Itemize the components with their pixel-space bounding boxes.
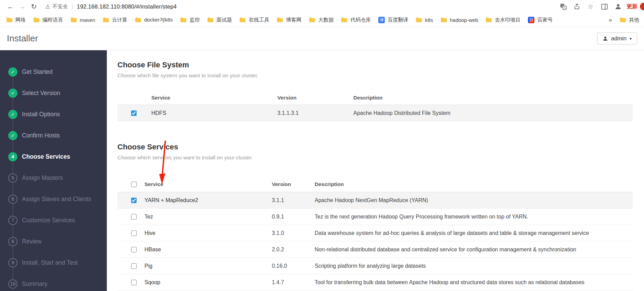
refresh-icon[interactable]: ↻ — [28, 1, 40, 12]
service-checkbox-pig[interactable] — [131, 263, 137, 269]
step-number: 5 — [8, 173, 17, 183]
wizard-step-install-start-and-test[interactable]: 9Install, Start and Test — [0, 252, 107, 273]
bookmark-大数据[interactable]: 大数据 — [305, 15, 337, 25]
service-checkbox-tez[interactable] — [131, 214, 137, 220]
service-row-hbase: HBase2.0.2Non-relational distributed dat… — [117, 241, 633, 258]
wizard-step-customize-services[interactable]: 7Customize Services — [0, 210, 107, 231]
wizard-step-confirm-hosts[interactable]: ✓Confirm Hosts — [0, 125, 107, 146]
wizard-step-install-options[interactable]: ✓Install Options — [0, 104, 107, 125]
service-row-hdfs: HDFS3.1.1.3.1Apache Hadoop Distributed F… — [117, 105, 633, 121]
svg-text:A: A — [564, 6, 566, 10]
bookmark-label: 博客网 — [286, 17, 301, 23]
wizard-step-select-version[interactable]: ✓Select Version — [0, 82, 107, 104]
service-row-tez: Tez0.9.1Tez is the next generation Hadoo… — [117, 209, 633, 225]
user-menu-button[interactable]: admin ▾ — [597, 32, 637, 44]
step-check-icon: ✓ — [8, 131, 17, 140]
bookmark-博客网[interactable]: 博客网 — [273, 15, 305, 25]
folder-icon — [277, 17, 283, 23]
installer-layout: ✓Get Started✓Select Version✓Install Opti… — [0, 50, 644, 291]
wizard-step-summary[interactable]: 10Summary — [0, 273, 107, 291]
service-checkbox-hive[interactable] — [131, 230, 137, 236]
service-description: Scripting platform for analyzing large d… — [315, 263, 633, 269]
service-name: Pig — [144, 263, 272, 269]
wizard-step-assign-slaves-and-clients[interactable]: 6Assign Slaves and Clients — [0, 188, 107, 210]
bookmark-maven[interactable]: maven — [67, 15, 99, 25]
bookmarks-overflow-chevron[interactable]: » — [605, 16, 616, 24]
wizard-step-get-started[interactable]: ✓Get Started — [0, 61, 107, 82]
step-label: Summary — [22, 280, 48, 288]
page-title: Installer — [7, 33, 38, 44]
bookmark-docker与k8s[interactable]: docker与k8s — [131, 15, 176, 25]
service-version: 2.0.2 — [272, 247, 315, 253]
browser-update-button[interactable]: 更新 — [627, 3, 644, 10]
bookmark-代码仓库[interactable]: 代码仓库 — [338, 15, 374, 25]
bookmark-监控[interactable]: 监控 — [177, 15, 203, 25]
bookmark-label: 编程语言 — [42, 17, 63, 23]
folder-icon — [341, 17, 348, 23]
folder-icon — [103, 17, 109, 23]
step-number: 4 — [8, 152, 17, 161]
service-row-hive: Hive3.1.0Data warehouse system for ad-ho… — [117, 225, 633, 241]
bookmark-去水印项目[interactable]: 去水印项目 — [482, 15, 524, 25]
user-icon — [603, 36, 608, 41]
service-checkbox-sqoop[interactable] — [131, 280, 137, 285]
step-label: Select Version — [22, 90, 60, 97]
side-panel-icon[interactable] — [599, 1, 609, 12]
other-bookmarks[interactable]: 其他 — [616, 15, 643, 25]
row-checkbox-cell — [117, 198, 144, 203]
header-checkbox-cell — [117, 182, 144, 187]
row-checkbox-cell — [117, 230, 144, 236]
select-all-checkbox[interactable] — [131, 182, 137, 187]
service-description: Data warehouse system for ad-hoc queries… — [315, 230, 633, 236]
bookmark-在线工具[interactable]: 在线工具 — [236, 15, 273, 25]
service-checkbox-hdfs[interactable] — [131, 110, 137, 116]
bookmarks-bar: 网络编程语言maven云计算docker与k8s监控面试题在线工具博客网大数据代… — [0, 13, 644, 27]
step-label: Review — [22, 238, 41, 245]
user-name: admin — [611, 35, 627, 42]
bookmark-label: 去水印项目 — [495, 17, 520, 23]
bookmarks-list: 网络编程语言maven云计算docker与k8s监控面试题在线工具博客网大数据代… — [3, 15, 556, 25]
bookmark-百家号[interactable]: 百百家号 — [525, 15, 556, 25]
bookmark-star-icon[interactable]: ☆ — [585, 1, 596, 12]
folder-icon — [239, 17, 246, 23]
not-secure-warning-icon: ⚠ — [45, 3, 50, 10]
profile-avatar-icon[interactable] — [613, 1, 623, 12]
services-table: ServiceVersionDescriptionYARN + MapReduc… — [117, 176, 633, 291]
back-icon[interactable]: ← — [5, 1, 16, 12]
translate-icon[interactable]: 文A — [558, 1, 568, 12]
folder-icon — [6, 17, 13, 23]
bookmark-网络[interactable]: 网络 — [3, 15, 29, 25]
service-description: Apache Hadoop NextGen MapReduce (YARN) — [315, 197, 633, 203]
update-badge-icon — [640, 3, 644, 10]
bookmark-k8s[interactable]: k8s — [412, 15, 436, 25]
step-number: 7 — [8, 216, 17, 225]
wizard-step-assign-masters[interactable]: 5Assign Masters — [0, 167, 107, 188]
bookmark-label: 云计算 — [112, 17, 127, 23]
wizard-step-choose-services[interactable]: 4Choose Services — [0, 146, 107, 167]
bookmark-label: 监控 — [189, 17, 200, 23]
url-text[interactable]: 192.168.182.110:8080/#/installer/step4 — [77, 3, 177, 10]
choose-services-section: Choose Services Choose which services yo… — [117, 143, 644, 291]
wizard-step-review[interactable]: 8Review — [0, 231, 107, 252]
folder-icon — [441, 17, 447, 23]
file-system-table: ServiceVersionDescriptionHDFS3.1.1.3.1Ap… — [117, 91, 633, 121]
bookmark-编程语言[interactable]: 编程语言 — [30, 15, 66, 25]
bookmark-label: k8s — [425, 17, 433, 23]
address-separator: | — [72, 3, 73, 10]
bookmark-百度翻译[interactable]: 译百度翻译 — [375, 15, 412, 25]
column-header-version: Version — [272, 181, 315, 187]
bookmark-hadoop-web[interactable]: hadoop-web — [437, 15, 482, 25]
service-checkbox-yarn-mapreduce2[interactable] — [131, 198, 137, 203]
service-checkbox-hbase[interactable] — [131, 247, 137, 252]
table-header-row: ServiceVersionDescription — [117, 91, 633, 105]
bookmark-label: docker与k8s — [144, 17, 173, 23]
service-name: HDFS — [151, 110, 277, 116]
bookmark-面试题[interactable]: 面试题 — [204, 15, 235, 25]
chevron-down-icon: ▾ — [630, 36, 632, 41]
forward-icon[interactable]: → — [16, 1, 28, 12]
file-system-section-subtitle: Choose which file system you want to ins… — [117, 72, 644, 79]
step-check-icon: ✓ — [8, 89, 17, 98]
bookmark-云计算[interactable]: 云计算 — [99, 15, 131, 25]
address-bar[interactable]: ⚠ 不安全 | 192.168.182.110:8080/#/installer… — [45, 3, 558, 10]
share-icon[interactable] — [572, 1, 582, 12]
